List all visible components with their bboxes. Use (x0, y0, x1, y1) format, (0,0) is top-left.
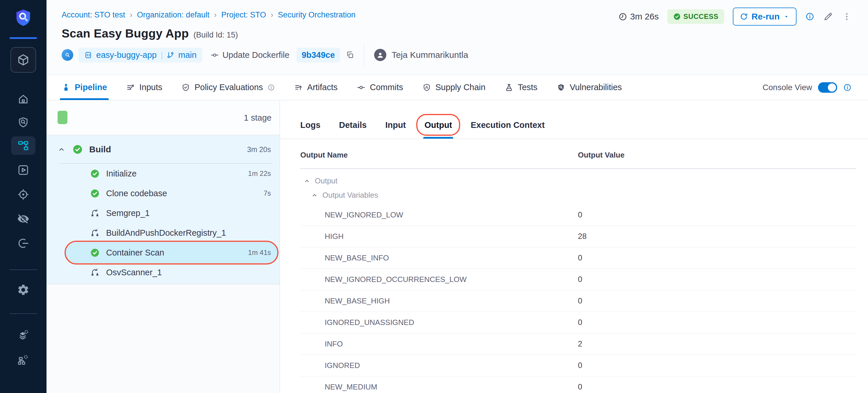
output-table: Output Name Output Value Output Output V… (300, 151, 856, 393)
detail-tab[interactable]: Details (339, 120, 367, 139)
detail-tab[interactable]: Logs (300, 120, 320, 139)
execution-tab[interactable]: Pipeline (62, 75, 107, 100)
breadcrumb-separator: › (271, 10, 273, 20)
commit-sha-pill[interactable]: 9b349ce (297, 48, 340, 62)
console-view-toggle[interactable] (818, 82, 837, 93)
check-circle-icon (673, 13, 681, 20)
detail-tab[interactable]: Output (425, 120, 452, 139)
output-variable-row: NEW_MEDIUM 0 (300, 376, 856, 393)
collapse-chevron-icon[interactable] (58, 146, 65, 153)
info-icon (805, 12, 814, 21)
breadcrumb-link[interactable]: Organization: default (137, 10, 209, 20)
gear-icon (17, 283, 30, 296)
rerun-label: Re-run (751, 11, 780, 22)
breadcrumb-item: Account: STO test › (62, 10, 137, 20)
output-value: 0 (578, 318, 856, 327)
sidebar-item-executions[interactable] (0, 161, 46, 179)
commit-icon (211, 51, 219, 59)
sidebar-item-pipelines[interactable] (0, 136, 46, 155)
console-view-group: Console View (763, 75, 852, 100)
output-value: 0 (578, 383, 856, 392)
edit-pipeline-button[interactable] (823, 11, 833, 22)
execution-tab[interactable]: Vulnerabilities (557, 75, 622, 100)
title-row: Scan Easy Buggy App (Build Id: 15) (62, 27, 238, 40)
table-group-output-variables[interactable]: Output Variables (300, 188, 856, 204)
status-text: SUCCESS (683, 12, 718, 21)
sidebar-item-targets[interactable] (0, 185, 46, 204)
detail-tab-label: Execution Context (471, 120, 545, 130)
step-row[interactable]: Clone codebase 7s (46, 183, 280, 203)
breadcrumb-item: Project: STO › (221, 10, 278, 20)
sidebar-item-project-settings[interactable] (0, 280, 46, 299)
commit-message-group: Update Dockerfile (211, 50, 289, 60)
breadcrumb-link[interactable]: Project: STO (221, 10, 266, 20)
repo-name[interactable]: easy-buggy-app (96, 50, 157, 60)
branch-name[interactable]: main (178, 50, 196, 60)
breadcrumb-link[interactable]: Account: STO test (62, 10, 125, 20)
chevron-up-icon[interactable] (304, 178, 310, 184)
tab-icon (505, 83, 514, 92)
copy-sha-button[interactable] (346, 51, 354, 59)
execution-tab[interactable]: Commits (357, 75, 403, 100)
stage-duration: 3m 20s (247, 145, 271, 154)
pill-separator: | (161, 50, 163, 60)
execution-tab[interactable]: Tests (505, 75, 537, 100)
execution-tab[interactable]: Artifacts (294, 75, 338, 100)
stage-count: 1 stage (244, 113, 272, 123)
eye-off-icon (17, 213, 29, 225)
output-value: 0 (578, 297, 856, 305)
stage-row-build[interactable]: Build 3m 20s (46, 135, 280, 164)
console-info-button[interactable] (843, 83, 852, 92)
detail-tab[interactable]: Execution Context (471, 120, 545, 139)
commit-message[interactable]: Update Dockerfile (222, 50, 289, 60)
tab-icon (62, 83, 70, 92)
execution-tab[interactable]: Policy Evaluations (181, 75, 275, 100)
info-icon[interactable] (268, 84, 275, 91)
more-options-button[interactable] (842, 11, 852, 22)
table-group-output[interactable]: Output (300, 169, 856, 188)
main-area: Account: STO test › Organization: defaul… (46, 0, 868, 393)
detail-tabs: Logs Details Input Output (280, 100, 868, 139)
breadcrumb-separator: › (214, 10, 217, 20)
step-row[interactable]: OsvScanner_1 (46, 263, 280, 282)
step-row[interactable]: BuildAndPushDockerRegistry_1 (46, 223, 280, 243)
step-row[interactable]: Initialize 1m 22s (46, 164, 280, 183)
execution-tab[interactable]: Supply Chain (422, 75, 486, 100)
step-detail-panel: Logs Details Input Output (280, 100, 868, 393)
step-row[interactable]: Semgrep_1 (46, 203, 280, 223)
sidebar-item-home[interactable] (0, 90, 46, 109)
output-variable-row: IGNORED_UNASSIGNED 0 (300, 312, 856, 333)
chevron-up-icon[interactable] (311, 192, 318, 199)
module-switcher-button[interactable] (0, 47, 46, 73)
sidebar-item-overview[interactable] (0, 113, 46, 132)
breadcrumb-link[interactable]: Security Orchestration (278, 10, 355, 20)
executions-icon (17, 164, 29, 176)
sto-module-badge (62, 49, 73, 61)
execution-tab[interactable]: Inputs (126, 75, 162, 100)
step-status-icon (90, 228, 100, 238)
sidebar-item-default-settings[interactable] (0, 326, 46, 344)
rerun-button[interactable]: Re-run (733, 7, 797, 26)
step-row[interactable]: Container Scan 1m 41s (46, 243, 280, 263)
output-name: INFO (300, 339, 578, 349)
branch-icon (167, 52, 174, 59)
output-name: IGNORED (300, 361, 578, 370)
sto-logo[interactable] (0, 8, 46, 27)
step-name: Semgrep_1 (106, 208, 150, 218)
copy-icon (346, 51, 354, 59)
sidebar-item-org-settings[interactable] (0, 350, 46, 369)
tab-label: Pipeline (75, 83, 107, 92)
execution-info-button[interactable] (805, 12, 814, 21)
author-name: Teja Kummarikuntla (392, 50, 468, 60)
person-icon (376, 51, 384, 59)
step-list: Initialize 1m 22s Clone codebase 7s (46, 164, 280, 282)
table-header: Output Name Output Value (300, 151, 856, 169)
duration-text: 3m 26s (630, 11, 659, 22)
detail-tab[interactable]: Input (385, 120, 406, 139)
output-value: 0 (578, 253, 856, 263)
output-name: NEW_MEDIUM (300, 383, 578, 392)
sidebar-item-get-started[interactable] (0, 234, 46, 252)
sidebar-item-exemptions[interactable] (0, 210, 46, 228)
repo-branch-pill[interactable]: easy-buggy-app | main (79, 48, 202, 62)
pipelines-icon (17, 140, 29, 152)
